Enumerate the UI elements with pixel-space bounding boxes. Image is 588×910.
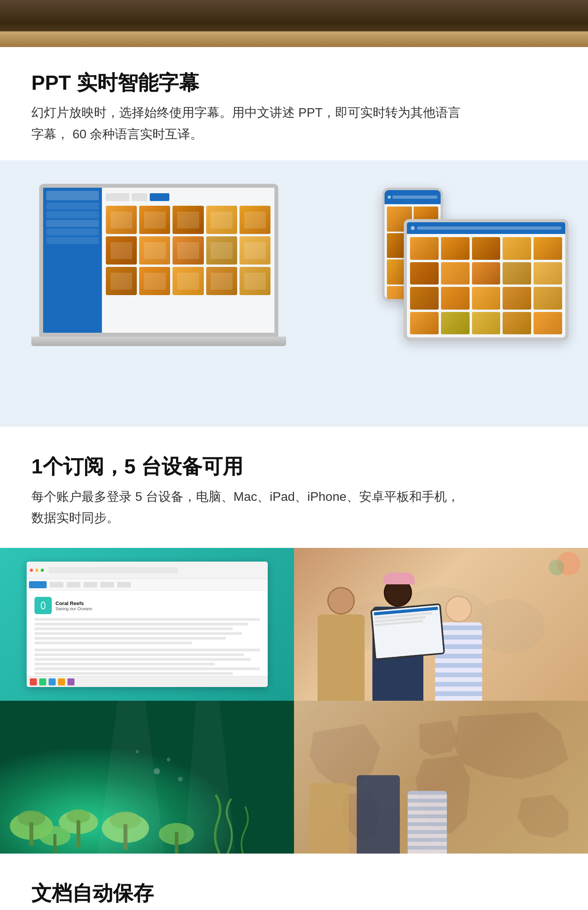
svg-point-2: [474, 599, 545, 654]
img-people-group: [294, 548, 588, 701]
img-word-doc: Coral Reefs Saving our Oceans: [0, 548, 294, 701]
section-devices: 1个订阅，5 台设备可用 每个账户最多登录 5 台设备，电脑、Mac、iPad、…: [0, 427, 588, 548]
svg-rect-9: [76, 820, 80, 848]
svg-rect-6: [29, 822, 33, 846]
svg-rect-14: [53, 834, 56, 854]
top-decoration: [0, 0, 588, 47]
svg-point-17: [154, 768, 160, 774]
devices-title: 1个订阅，5 台设备可用: [31, 454, 557, 479]
svg-rect-16: [175, 832, 178, 854]
laptop-device: [39, 184, 298, 364]
section-ppt: PPT 实时智能字幕 幻灯片放映时，选择始终使用字幕。用中文讲述 PPT，即可实…: [0, 47, 588, 160]
ppt-desc-line1: 幻灯片放映时，选择始终使用字幕。用中文讲述 PPT，即可实时转为其他语言: [31, 102, 557, 123]
laptop-base: [31, 337, 286, 346]
svg-point-19: [178, 777, 183, 781]
autosave-title: 文档自动保存: [31, 881, 557, 905]
device-showcase: [0, 160, 588, 427]
ppt-desc-line2: 字幕， 60 余种语言实时互译。: [31, 123, 557, 145]
img-world-map: [294, 701, 588, 854]
laptop-screen: [39, 184, 278, 337]
svg-point-18: [167, 758, 171, 761]
section-autosave: 文档自动保存 PPT、Word、Excel 均可自动保存，还可找回历史版本。: [0, 854, 588, 910]
devices-desc-line2: 数据实时同步。: [31, 507, 557, 528]
tablet-device: [404, 219, 568, 341]
ppt-title: PPT 实时智能字幕: [31, 71, 557, 95]
devices-desc-line1: 每个账户最多登录 5 台设备，电脑、Mac、iPad、iPhone、安卓平板和手…: [31, 486, 557, 507]
img-coral: [0, 701, 294, 854]
image-grid: Coral Reefs Saving our Oceans: [0, 548, 588, 854]
